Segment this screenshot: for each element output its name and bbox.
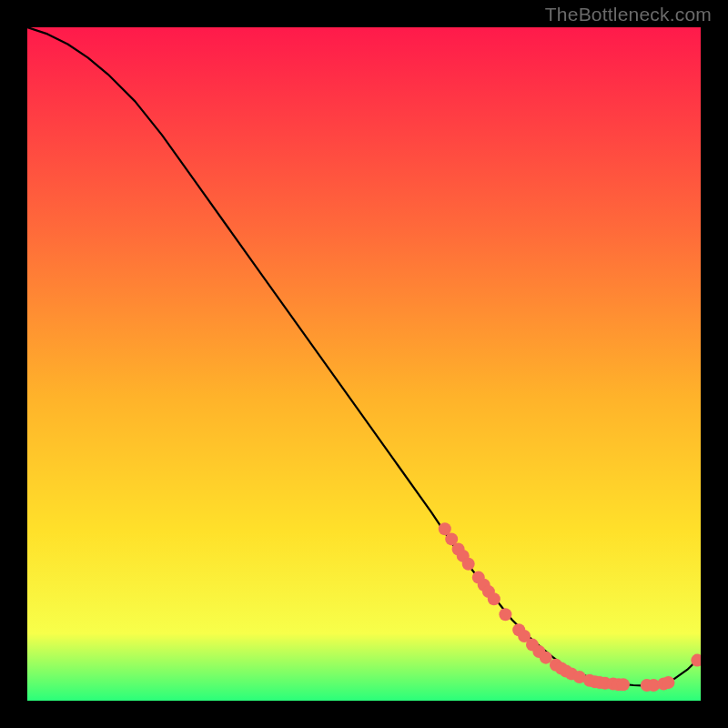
chart-svg xyxy=(27,27,701,701)
gradient-background xyxy=(27,27,701,701)
data-marker xyxy=(488,592,500,605)
data-marker xyxy=(662,676,674,689)
data-marker xyxy=(499,608,511,621)
chart-stage: TheBottleneck.com xyxy=(0,0,728,728)
plot-area xyxy=(27,27,701,701)
data-marker xyxy=(617,678,630,691)
watermark-label: TheBottleneck.com xyxy=(545,4,712,25)
data-marker xyxy=(462,558,475,571)
